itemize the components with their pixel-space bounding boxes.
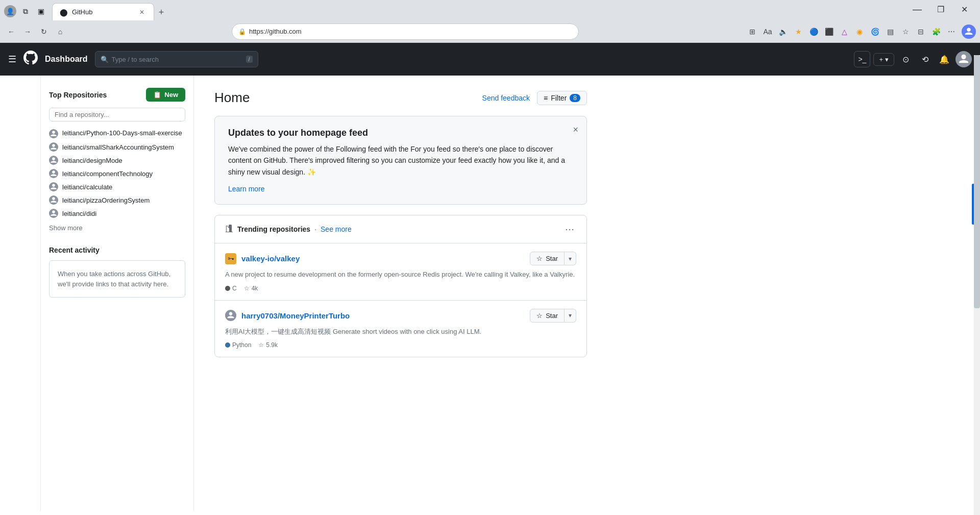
favorites-icon[interactable]: ★ — [791, 24, 805, 39]
more-options-icon[interactable]: ⋯ — [944, 24, 959, 39]
star-icon-2: ☆ — [536, 312, 543, 320]
favorites-bar-icon[interactable]: ☆ — [898, 24, 913, 39]
send-feedback-link[interactable]: Send feedback — [482, 94, 530, 102]
collections-icon-tb[interactable]: ⊟ — [914, 24, 928, 39]
star-icon-1: ☆ — [536, 255, 543, 262]
window-restore-btn[interactable]: ❐ — [929, 1, 952, 17]
list-item[interactable]: leitianci/Python-100-Days-small-exercise — [49, 127, 185, 140]
recent-activity-section: Recent activity When you take actions ac… — [49, 246, 185, 298]
notifications-btn[interactable]: 🔔 — [936, 51, 952, 67]
hamburger-menu-btn[interactable]: ☰ — [8, 54, 16, 65]
trending-card: Trending repositories · See more ⋯ 🗝 val… — [214, 215, 587, 357]
trending-more-options-btn[interactable]: ⋯ — [563, 223, 576, 236]
blue-accent-bar — [972, 184, 974, 225]
list-item[interactable]: leitianci/componentTechnology — [49, 167, 185, 180]
top-repos-header: Top Repositories 📋 New — [49, 88, 185, 102]
new-tab-btn[interactable]: + — [154, 5, 168, 19]
show-more-link[interactable]: Show more — [49, 224, 185, 232]
extension-icon-4[interactable]: ◉ — [852, 24, 867, 39]
filter-btn[interactable]: ≡ Filter 8 — [537, 91, 587, 105]
learn-more-link[interactable]: Learn more — [228, 185, 265, 193]
search-placeholder: Type / to search — [112, 56, 159, 63]
extension-icon-2[interactable]: ⬛ — [822, 24, 836, 39]
user-avatar[interactable] — [955, 51, 972, 67]
lang-name-1: C — [232, 285, 237, 292]
read-aloud-icon[interactable]: 🔈 — [776, 24, 790, 39]
refresh-btn[interactable]: ↻ — [37, 24, 51, 39]
update-card-body: We've combined the power of the Followin… — [228, 143, 573, 178]
github-logo[interactable] — [23, 51, 38, 68]
repo-name-5: leitianci/calculate — [62, 183, 112, 191]
plus-chevron-icon: ▾ — [885, 56, 889, 63]
gh-search-box[interactable]: 🔍 Type / to search / — [95, 51, 258, 67]
repo-full-name-1[interactable]: valkey-io/valkey — [241, 254, 300, 263]
lang-name-2: Python — [232, 341, 251, 349]
star-count-icon-2: ☆ — [258, 341, 264, 349]
issues-btn[interactable]: ⊙ — [897, 51, 914, 67]
user-icon[interactable]: 👤 — [4, 5, 16, 17]
repo-card-2: harry0703/MoneyPrinterTurbo ☆ Star ▾ 利用A… — [215, 301, 586, 357]
lang-dot-2 — [225, 342, 230, 348]
home-btn[interactable]: ⌂ — [53, 24, 67, 39]
list-item[interactable]: leitianci/designMode — [49, 154, 185, 167]
terminal-btn[interactable]: >_ — [854, 51, 870, 67]
back-btn[interactable]: ← — [4, 24, 18, 39]
tab-close-btn[interactable]: ✕ — [137, 8, 146, 17]
plus-icon: + — [879, 56, 883, 63]
tab-title: GitHub — [72, 8, 92, 16]
scrollbar-thumb[interactable] — [974, 55, 980, 308]
extension-icon-5[interactable]: 🌀 — [868, 24, 882, 39]
collections-icon[interactable]: ⧉ — [19, 5, 32, 17]
page-actions: Send feedback ≡ Filter 8 — [482, 91, 587, 105]
trending-chart-icon — [225, 224, 233, 234]
active-tab[interactable]: ⬤ GitHub ✕ — [52, 3, 154, 20]
new-repo-btn[interactable]: 📋 New — [146, 88, 185, 102]
list-item[interactable]: leitianci/didi — [49, 207, 185, 220]
trending-title-row: Trending repositories · See more — [225, 224, 352, 234]
browser-window: 👤 ⧉ ▣ ⬤ GitHub ✕ + — ❐ ✕ ← → ↻ ⌂ 🔒 https… — [0, 0, 980, 511]
list-item[interactable]: leitianci/pizzaOrderingSystem — [49, 193, 185, 207]
recent-activity-box: When you take actions across GitHub, we'… — [49, 260, 185, 298]
recent-activity-title: Recent activity — [49, 246, 185, 254]
repo-name-row: 🗝 valkey-io/valkey — [225, 253, 300, 264]
reader-mode-icon[interactable]: ▤ — [883, 24, 897, 39]
list-item[interactable]: leitianci/smallSharkAccountingSystem — [49, 140, 185, 154]
star-btn-2[interactable]: ☆ Star — [530, 309, 565, 323]
star-btn-group-2: ☆ Star ▾ — [530, 309, 576, 323]
repo-card-header-2: harry0703/MoneyPrinterTurbo ☆ Star ▾ — [225, 309, 576, 323]
window-close-btn[interactable]: ✕ — [952, 1, 976, 17]
pull-requests-btn[interactable]: ⟲ — [917, 51, 933, 67]
star-dropdown-1[interactable]: ▾ — [565, 252, 576, 265]
list-item[interactable]: leitianci/calculate — [49, 180, 185, 193]
repo-name-1: leitianci/Python-100-Days-small-exercise — [62, 129, 182, 138]
sidebar: Top Repositories 📋 New leitianci/Python-… — [41, 76, 194, 511]
repo-list: leitianci/Python-100-Days-small-exercise… — [49, 127, 185, 220]
github-favicon: ⬤ — [60, 8, 68, 16]
sidebar-toggle-icon[interactable]: ▣ — [35, 5, 47, 17]
window-minimize-btn[interactable]: — — [905, 1, 929, 17]
extension-icon-1[interactable]: 🔵 — [806, 24, 821, 39]
split-view-icon[interactable]: ⊞ — [745, 24, 760, 39]
extension-icon-3[interactable]: △ — [837, 24, 851, 39]
trending-label: Trending repositories — [237, 225, 310, 233]
repo-avatar — [49, 209, 58, 218]
repo-search-input[interactable] — [49, 108, 185, 121]
extensions-icon[interactable]: 🧩 — [929, 24, 943, 39]
see-more-link[interactable]: See more — [321, 225, 352, 233]
close-update-card-btn[interactable]: × — [573, 125, 578, 135]
address-bar[interactable]: 🔒 https://github.com — [232, 23, 579, 40]
repo-full-name-2[interactable]: harry0703/MoneyPrinterTurbo — [241, 311, 350, 320]
trending-header: Trending repositories · See more ⋯ — [215, 215, 586, 243]
page-header: Home Send feedback ≡ Filter 8 — [214, 90, 587, 106]
repo-stars-1: ☆ 4k — [244, 285, 258, 292]
translate-icon[interactable]: Aa — [761, 24, 775, 39]
new-repo-label: New — [164, 91, 178, 99]
forward-btn[interactable]: → — [20, 24, 35, 39]
create-new-btn[interactable]: + ▾ — [873, 53, 894, 66]
repo-avatar — [49, 156, 58, 165]
browser-profile-avatar[interactable] — [962, 24, 976, 39]
star-dropdown-2[interactable]: ▾ — [565, 309, 576, 323]
update-card: Updates to your homepage feed We've comb… — [214, 116, 587, 205]
scrollbar-track[interactable] — [974, 55, 980, 511]
star-btn-1[interactable]: ☆ Star — [530, 252, 565, 265]
